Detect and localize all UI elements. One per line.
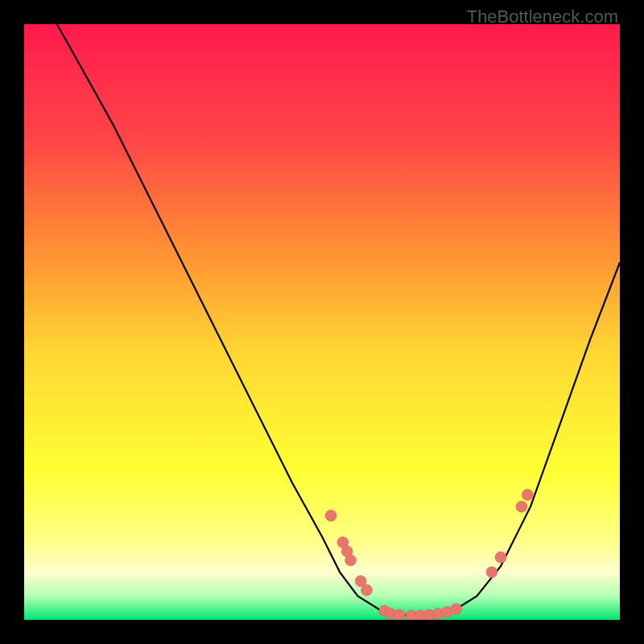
- data-point: [516, 501, 527, 512]
- chart-background: [24, 24, 620, 620]
- data-point: [451, 604, 462, 615]
- data-point: [495, 551, 506, 563]
- data-point: [361, 584, 373, 596]
- data-point: [522, 489, 533, 501]
- data-point: [394, 609, 405, 620]
- data-point: [325, 510, 336, 522]
- data-point: [486, 567, 497, 578]
- data-point: [345, 555, 357, 566]
- watermark-text: TheBottleneck.com: [467, 6, 618, 27]
- chart-svg: [24, 24, 620, 620]
- chart-plot-area: [24, 24, 620, 620]
